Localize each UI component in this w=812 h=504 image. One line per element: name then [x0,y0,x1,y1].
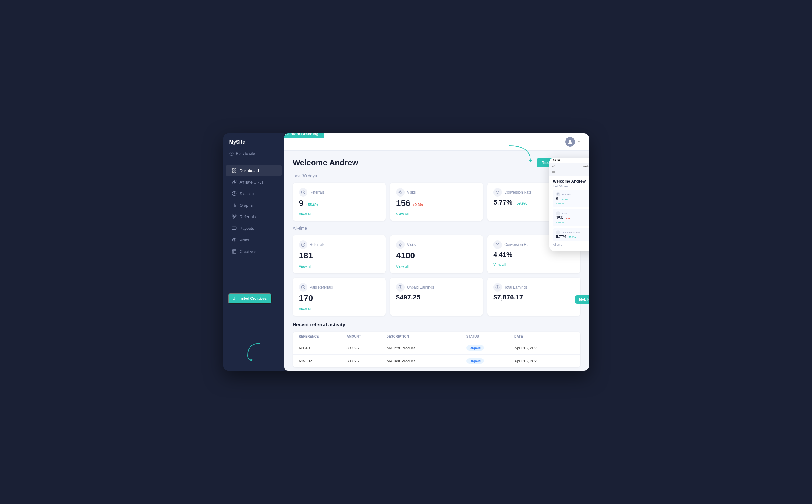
table-row: 619802 $37.25 My Test Product Unpaid Apr… [293,355,580,367]
sidebar-item-label: Payouts [240,226,254,231]
mobile-preview: 10:46 AA mysite.com [549,158,589,251]
view-all-link[interactable]: View all [493,263,506,267]
view-all-link[interactable]: View all [299,212,311,216]
sidebar-item-payouts[interactable]: Payouts [226,223,282,234]
stat-card-paid-referrals: Paid Referrals 170 View all [293,278,386,316]
stat-card-referrals-30: Referrals 9 ↑55.6% View all [293,183,386,221]
sidebar-item-label: Statistics [240,191,256,196]
unlimited-creatives-callout[interactable]: Unlimited Creatives [228,293,272,304]
topbar-right [565,137,580,147]
mobile-ref-label: Referrals [561,193,571,196]
referral-table: REFERENCE AMOUNT DESCRIPTION STATUS DATE… [293,332,580,367]
sidebar-item-label: Graphs [240,203,253,208]
sidebar-back-link[interactable]: Back to site [223,150,284,161]
sidebar-item-dashboard[interactable]: Dashboard [226,165,282,176]
mobile-status-bar: 10:46 [549,158,589,163]
view-all-link[interactable]: View all [396,264,409,269]
mobile-dollar-icon [557,193,559,195]
mobile-visits-value: 156 [556,215,563,220]
paid-dollar-icon [301,285,305,289]
stat-label: Paid Referrals [310,285,333,289]
mobile-cr-change: ↑59.9% [568,236,576,239]
alltime-row1-grid: Referrals 181 View all [293,235,580,273]
stat-change: ↑55.6% [306,203,318,207]
col-description: DESCRIPTION [387,335,466,338]
stat-value: 4100 [396,251,477,261]
visits-all-icon [396,240,405,249]
view-all-link[interactable]: View all [299,307,311,311]
col-date: DATE [514,335,574,338]
last30-label: Last 30 days [293,173,580,178]
statistics-icon [232,191,237,196]
stat-card-unpaid-earnings: Unpaid Earnings $497.25 [390,278,483,316]
stat-value: 4.41% [493,251,574,259]
user-avatar[interactable] [565,137,575,147]
sidebar-item-affiliate-urls[interactable]: Affiliate URLs [226,177,282,187]
sun-all-icon [398,243,402,247]
mobile-ref-view-all: View all [556,202,589,205]
view-all-link[interactable]: View all [396,212,409,216]
realtime-arrow [500,143,539,164]
stat-value: 170 [299,293,380,303]
welcome-header: Welcome Andrew Real-time Reports [293,158,580,167]
sidebar-item-visits[interactable]: Visits [226,234,282,245]
view-all-link[interactable]: View all [299,264,311,269]
sidebar-item-creatives[interactable]: Creatives [226,246,282,257]
svg-line-22 [402,194,402,194]
stat-label: Conversion Rate [504,243,531,247]
coin-icon [398,285,402,289]
stat-change: ↑59.9% [515,201,527,205]
cell-description: My Test Product [387,359,466,363]
mobile-time: 10:46 [553,159,560,162]
sidebar-item-statistics[interactable]: Statistics [226,188,282,199]
mobile-stat-referrals: Referrals 9 ↑ 55.6% View all [553,190,589,207]
sidebar-item-referrals[interactable]: Referrals [226,211,282,222]
alltime-row2-grid: Paid Referrals 170 View all [293,278,580,316]
svg-rect-1 [233,169,234,170]
mobile-content: Welcome Andrew Last 30 days Referrals 9 … [549,176,589,251]
status-badge: Unpaid [466,345,484,351]
back-icon [230,152,234,156]
last30-stats-grid: Referrals 9 ↑55.6% View all [293,183,580,221]
stat-label: Referrals [310,243,325,247]
total-icon [493,283,502,292]
mobile-responsive-button[interactable]: Mobile Responsive [575,295,589,304]
custom-branding-button[interactable]: Custom Branding [284,133,324,138]
stat-value: 156 ↓9.8% [396,198,477,208]
svg-point-26 [399,244,401,246]
cell-amount: $37.25 [347,359,387,363]
mobile-section-label: Last 30 days [553,185,589,188]
mobile-visits-icon [556,211,560,215]
sidebar-item-label: Dashboard [240,168,259,173]
stat-card-total-earnings: Total Earnings $7,876.17 [487,278,580,316]
creatives-icon [232,249,237,254]
main-content: Custom Branding Welcome Andrew [284,133,589,371]
stat-label: Unpaid Earnings [407,285,434,289]
stat-value: 181 [299,251,380,261]
svg-rect-4 [233,171,234,172]
back-label: Back to site [236,152,255,156]
dollar-circle-icon [301,243,305,247]
svg-point-39 [557,193,559,195]
unpaid-icon [396,283,405,292]
cr-all-icon [493,240,502,249]
sidebar-item-graphs[interactable]: Graphs [226,200,282,211]
browser-url: mysite.com [557,165,589,167]
mobile-stat-cr: Conversion Rate 5.77% ↑59.9% [553,228,589,241]
svg-rect-3 [235,171,236,172]
stat-value: 9 ↑55.6% [299,198,380,208]
cell-date: April 16, 202… [514,346,574,350]
mobile-cr-label: Conversion Rate [561,231,580,234]
svg-rect-10 [235,215,236,216]
graphs-icon [232,203,237,208]
stat-value: $7,876.17 [493,293,574,301]
avatar-icon [567,139,573,145]
sidebar-item-label: Affiliate URLs [240,180,264,184]
status-badge: Unpaid [466,358,484,364]
svg-rect-2 [235,169,236,170]
svg-point-14 [234,239,235,240]
svg-rect-15 [233,250,236,253]
stat-label: Referrals [310,190,325,194]
recent-title: Recent referral activity [293,322,580,327]
browser-aa: AA [552,165,556,167]
